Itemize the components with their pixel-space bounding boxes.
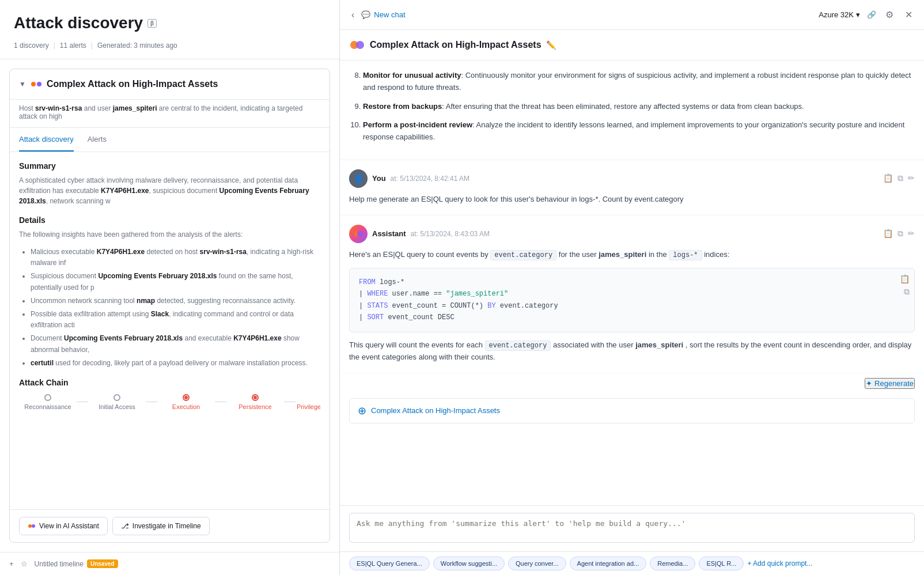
tab-alerts[interactable]: Alerts [88, 128, 107, 152]
generated-time: Generated: 3 minutes ago [97, 41, 177, 50]
left-panel: Attack discovery β 1 discovery | 11 aler… [0, 0, 340, 575]
investigate-timeline-button[interactable]: ⎇ Investigate in Timeline [112, 517, 210, 535]
assistant-message-header: Assistant at: 5/13/2024, 8:43:03 AM 📋 ⧉ … [349, 225, 915, 243]
svg-point-0 [31, 82, 36, 86]
quick-prompt-esqlr[interactable]: ES|QL R... [699, 557, 744, 570]
copy-icon[interactable]: 📋 [883, 229, 893, 239]
quick-prompts-bar: ES|QL Query Genera... Workflow suggesti.… [340, 551, 924, 575]
edit-icon[interactable]: ✏ [908, 229, 915, 239]
event-category-code: event.category [490, 250, 556, 260]
right-panel: ‹ 💬 New chat Azure 32K ▾ 🔗 ⚙ ✕ Complex A… [340, 0, 924, 575]
link-icon[interactable]: 🔗 [867, 10, 876, 19]
chat-bubble-icon: 💬 [361, 10, 370, 19]
tab-attack-discovery[interactable]: Attack discovery [19, 128, 74, 152]
view-ai-assistant-button[interactable]: View in AI Assistant [19, 517, 108, 535]
add-timeline-button[interactable]: + [9, 559, 14, 568]
chain-label-active: Persistence [238, 403, 271, 410]
svg-point-7 [357, 231, 363, 237]
close-button[interactable]: ✕ [903, 7, 915, 22]
chat-title: Complex Attack on High-Impact Assets [370, 40, 541, 50]
card-body: Summary A sophisticated cyber attack inv… [10, 152, 330, 509]
add-quick-prompt-button[interactable]: + Add quick prompt... [747, 557, 812, 570]
edit-icon[interactable]: ✏ [908, 173, 915, 183]
chat-header: ‹ 💬 New chat Azure 32K ▾ 🔗 ⚙ ✕ [340, 0, 924, 30]
list-item: Monitor for unusual activity: Continuous… [363, 70, 915, 94]
attack-chain: Reconnaissance Initial Access Execution [19, 394, 320, 415]
chat-input[interactable] [349, 513, 915, 543]
details-section: Details The following insights have been… [19, 215, 320, 369]
summary-section: Summary A sophisticated cyber attack inv… [19, 161, 320, 206]
beta-badge: β [147, 19, 157, 28]
list-item: Document Upcoming Events February 2018.x… [31, 333, 320, 355]
suggestion-text: Complex Attack on High-Impact Assets [371, 406, 500, 415]
quick-prompt-agent[interactable]: Agent integration ad... [570, 557, 647, 570]
edit-title-icon[interactable]: ✏️ [546, 40, 556, 50]
back-button[interactable]: ‹ [349, 7, 357, 22]
list-item: Uncommon network scanning tool nmap dete… [31, 296, 320, 307]
chevron-down-icon: ▾ [856, 10, 860, 19]
copy-icon[interactable]: 📋 [883, 173, 893, 183]
regenerate-button[interactable]: ✦ Regenerate [865, 378, 915, 389]
assistant-sender: Assistant [372, 229, 406, 238]
copy2-icon[interactable]: ⧉ [898, 229, 903, 239]
list-item: Restore from backups: After ensuring tha… [363, 101, 915, 113]
user-avatar: 👤 [349, 169, 368, 188]
chain-label-active: Privilege Escalation [297, 403, 320, 410]
list-item: Perform a post-incident review: Analyze … [363, 119, 915, 143]
chain-item-persistence: Persistence [226, 394, 284, 410]
outro-event-category: event.category [485, 341, 551, 351]
message-header: 👤 You at: 5/13/2024, 8:42:41 AM 📋 ⧉ ✏ [349, 169, 915, 188]
details-intro: The following insights have been gathere… [19, 229, 320, 240]
collapse-button[interactable]: ▼ [19, 80, 26, 88]
page-title: Attack discovery β [14, 14, 325, 32]
azure-selector[interactable]: Azure 32K ▾ [819, 10, 860, 19]
code-format-button[interactable]: ⧉ [904, 286, 910, 298]
quick-prompt-query[interactable]: Query conver... [508, 557, 566, 570]
chain-label-active: Execution [172, 403, 200, 410]
user-message-text: Help me generate an ES|QL query to look … [349, 194, 915, 206]
assistant-message-text: Here's an ES|QL query to count events by… [349, 249, 915, 364]
discovery-card: ▼ Complex Attack on High-Impact Assets H… [9, 69, 330, 543]
discoveries-count: 1 discovery [14, 41, 49, 50]
star-timeline-button[interactable]: ☆ [21, 559, 28, 568]
svg-point-3 [32, 524, 35, 528]
chain-dot-active [183, 394, 190, 401]
left-header: Attack discovery β [0, 0, 339, 41]
chain-item-privilege: Privilege Escalation [296, 394, 320, 410]
chat-body[interactable]: Monitor for unusual activity: Continuous… [340, 60, 924, 505]
quick-prompt-remedia[interactable]: Remedia... [650, 557, 695, 570]
chat-title-bar: Complex Attack on High-Impact Assets ✏️ [340, 30, 924, 60]
attack-chain-title: Attack Chain [19, 378, 320, 387]
message-actions: 📋 ⧉ ✏ [883, 173, 915, 183]
chain-item-access: Initial Access [88, 394, 146, 410]
quick-prompt-esql[interactable]: ES|QL Query Genera... [349, 557, 430, 570]
prev-messages: Monitor for unusual activity: Continuous… [340, 60, 924, 160]
chain-dot [44, 394, 51, 401]
assistant-message-actions: 📋 ⧉ ✏ [883, 229, 915, 239]
details-bullets: Malicious executable K7Y4P6H1.exe detect… [19, 247, 320, 369]
attack-suggestion[interactable]: ⊕ Complex Attack on High-Impact Assets [349, 398, 915, 423]
chain-label: Reconnaissance [24, 403, 71, 410]
list-item: certutil used for decoding, likely part … [31, 358, 320, 369]
new-chat-button[interactable]: 💬 New chat [361, 10, 405, 19]
numbered-list: Monitor for unusual activity: Continuous… [349, 70, 915, 143]
chain-dot-active [252, 394, 259, 401]
user-time: at: 5/13/2024, 8:42:41 AM [391, 175, 469, 183]
settings-button[interactable]: ⚙ [883, 7, 896, 22]
bottom-bar: + ☆ Untitled timeline Unsaved [0, 552, 339, 575]
unsaved-badge: Unsaved [87, 559, 118, 568]
quick-prompt-workflow[interactable]: Workflow suggesti... [433, 557, 505, 570]
details-title: Details [19, 215, 320, 225]
code-copy-button[interactable]: 📋 [900, 273, 910, 286]
plus-circle-icon: ⊕ [358, 404, 366, 417]
logs-index-code: logs-* [669, 250, 702, 260]
svg-point-5 [356, 41, 364, 49]
copy2-icon[interactable]: ⧉ [898, 173, 903, 183]
list-item: Possible data exfiltration attempt using… [31, 309, 320, 331]
card-footer: View in AI Assistant ⎇ Investigate in Ti… [10, 509, 330, 542]
esql-code-block: 📋 ⧉ FROM logs-* | WHERE user.name == "ja… [349, 268, 915, 332]
svg-point-2 [28, 524, 32, 528]
card-icon [31, 78, 42, 90]
assistant-avatar [349, 225, 368, 243]
ai-logo [349, 37, 365, 53]
